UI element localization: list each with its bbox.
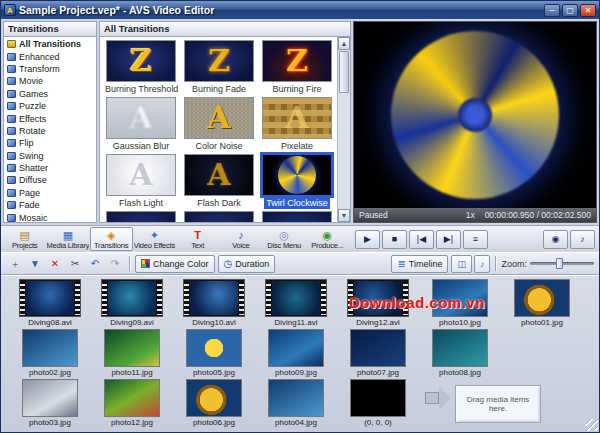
media-item[interactable]: photo07.jpg (337, 329, 419, 377)
transport-controls: ▶■|◀▶|≡ ◉♪ (351, 226, 599, 252)
redo-icon[interactable]: ↷ (106, 255, 124, 272)
monitor-icon-button[interactable]: ◫ (451, 255, 472, 273)
sidebar-item-rotate[interactable]: Rotate (4, 125, 96, 137)
media-item[interactable]: Diving11.avi (255, 279, 337, 327)
sidebar-item-fade[interactable]: Fade (4, 199, 96, 211)
sidebar-item-page[interactable]: Page (4, 187, 96, 199)
sidebar-item-movie[interactable]: Movie (4, 75, 96, 87)
undo-icon[interactable]: ↶ (86, 255, 104, 272)
transition-item[interactable]: AFlash Light (102, 154, 180, 209)
sidebar-item-games[interactable]: Games (4, 88, 96, 100)
sidebar-item-mosaic[interactable]: Mosaic (4, 211, 96, 223)
cut-icon[interactable]: ✂ (66, 255, 84, 272)
title-bar[interactable]: A Sample Project.vep* - AVS Video Editor… (1, 1, 599, 19)
media-item-label: photo05.jpg (193, 368, 235, 377)
video-frame (354, 281, 402, 315)
play-button[interactable]: ▶ (355, 230, 380, 249)
media-item[interactable]: photo10.jpg (419, 279, 501, 327)
sidebar-item-diffuse[interactable]: Diffuse (4, 174, 96, 186)
transition-item[interactable]: Twirl Clockwise (258, 154, 336, 209)
sidebar-item-label: Swing (19, 151, 44, 161)
duration-button[interactable]: ◷ Duration (218, 255, 276, 273)
minimize-button[interactable]: ─ (544, 4, 560, 17)
next-frame-button[interactable]: ▶| (436, 230, 461, 249)
media-item[interactable]: photo04.jpg (255, 379, 337, 427)
speaker-icon-button[interactable]: ♪ (474, 255, 491, 273)
transition-item[interactable]: AFlash Dark (180, 154, 258, 209)
sidebar-item-shatter[interactable]: Shatter (4, 162, 96, 174)
media-item[interactable]: photo03.jpg (9, 379, 91, 427)
transition-item[interactable]: AGaussian Blur (102, 97, 180, 152)
tab-voice[interactable]: ♪Voice (219, 227, 262, 251)
transition-thumbnail: A (262, 97, 332, 139)
media-item[interactable]: Diving12.avi (337, 279, 419, 327)
sidebar-item-label: Movie (19, 76, 43, 86)
media-item[interactable]: photo06.jpg (173, 379, 255, 427)
close-button[interactable]: ✕ (580, 4, 596, 17)
sidebar-item-swing[interactable]: Swing (4, 150, 96, 162)
add-icon[interactable]: ＋ (6, 255, 24, 272)
resize-grip[interactable] (586, 419, 598, 431)
tab-media-library[interactable]: ▦Media Library (46, 227, 89, 251)
sidebar-item-puzzle[interactable]: Puzzle (4, 100, 96, 112)
media-item-label: Diving10.avi (192, 318, 236, 327)
color-clip[interactable]: (0, 0, 0) (337, 379, 419, 427)
snapshot-camera-button[interactable]: ◉ (543, 230, 568, 249)
change-color-button[interactable]: Change Color (135, 255, 215, 273)
zoom-slider-thumb[interactable] (556, 258, 563, 269)
media-item[interactable]: Diving09.avi (91, 279, 173, 327)
media-item[interactable]: photo08.jpg (419, 329, 501, 377)
tab-projects[interactable]: ▤Projects (3, 227, 46, 251)
maximize-button[interactable]: ▢ (562, 4, 578, 17)
transition-item[interactable] (180, 211, 258, 223)
sidebar-item-all-transitions[interactable]: All Transitions (4, 38, 96, 50)
sidebar-item-enhanced[interactable]: Enhanced (4, 50, 96, 62)
disc-menu-icon: ◎ (279, 229, 289, 241)
transitions-panel-header: All Transitions (99, 21, 351, 36)
produce-icon: ◉ (323, 229, 333, 241)
delete-icon[interactable]: ✕ (46, 255, 64, 272)
tab-transitions[interactable]: ◈Transitions (90, 227, 133, 251)
scroll-down-button[interactable]: ▼ (338, 209, 350, 222)
media-item[interactable]: Diving10.avi (173, 279, 255, 327)
transition-item[interactable]: ZBurning Fire (258, 40, 336, 95)
media-item[interactable]: photo12.jpg (91, 379, 173, 427)
media-item[interactable]: photo01.jpg (501, 279, 583, 327)
transition-label: Twirl Clockwise (264, 198, 330, 209)
sidebar-item-flip[interactable]: Flip (4, 137, 96, 149)
scroll-up-button[interactable]: ▲ (338, 37, 350, 50)
sidebar-item-label: Diffuse (19, 175, 47, 185)
media-item[interactable]: photo05.jpg (173, 329, 255, 377)
timeline-button[interactable]: ≣ Timeline (391, 255, 448, 273)
vertical-scrollbar[interactable]: ▲ ▼ (337, 37, 350, 222)
media-item[interactable]: photo11.jpg (91, 329, 173, 377)
tab-disc-menu[interactable]: ◎Disc Menu (263, 227, 306, 251)
transition-item[interactable]: ZBurning Fade (180, 40, 258, 95)
transitions-category-list: All TransitionsEnhancedTransformMovieGam… (3, 36, 97, 223)
transition-item[interactable]: AColor Noise (180, 97, 258, 152)
media-row: photo02.jpgphoto11.jpgphoto05.jpgphoto09… (9, 329, 591, 379)
media-item[interactable]: photo09.jpg (255, 329, 337, 377)
sidebar-item-transform[interactable]: Transform (4, 63, 96, 75)
media-item[interactable]: Diving08.avi (9, 279, 91, 327)
photo-thumbnail (514, 279, 570, 317)
arrow-down-icon[interactable]: ▼ (26, 255, 44, 272)
drop-zone[interactable]: Drag media items here. (455, 385, 541, 423)
category-tab-bar: ▤Projects▦Media Library◈Transitions✦Vide… (1, 226, 351, 252)
tab-text[interactable]: TText (176, 227, 219, 251)
tab-label: Disc Menu (267, 241, 301, 250)
list-button[interactable]: ≡ (463, 230, 488, 249)
scrollbar-thumb[interactable] (339, 51, 349, 93)
stop-button[interactable]: ■ (382, 230, 407, 249)
transition-item[interactable] (102, 211, 180, 223)
sidebar-item-effects[interactable]: Effects (4, 112, 96, 124)
transition-item[interactable] (258, 211, 336, 223)
zoom-slider[interactable] (530, 258, 594, 269)
media-item[interactable]: photo02.jpg (9, 329, 91, 377)
tab-video-effects[interactable]: ✦Video Effects (133, 227, 176, 251)
volume-speaker-button[interactable]: ♪ (570, 230, 595, 249)
transition-item[interactable]: APixelate (258, 97, 336, 152)
prev-frame-button[interactable]: |◀ (409, 230, 434, 249)
tab-produce[interactable]: ◉Produce... (306, 227, 349, 251)
transition-item[interactable]: ZBurning Threshold (102, 40, 180, 95)
